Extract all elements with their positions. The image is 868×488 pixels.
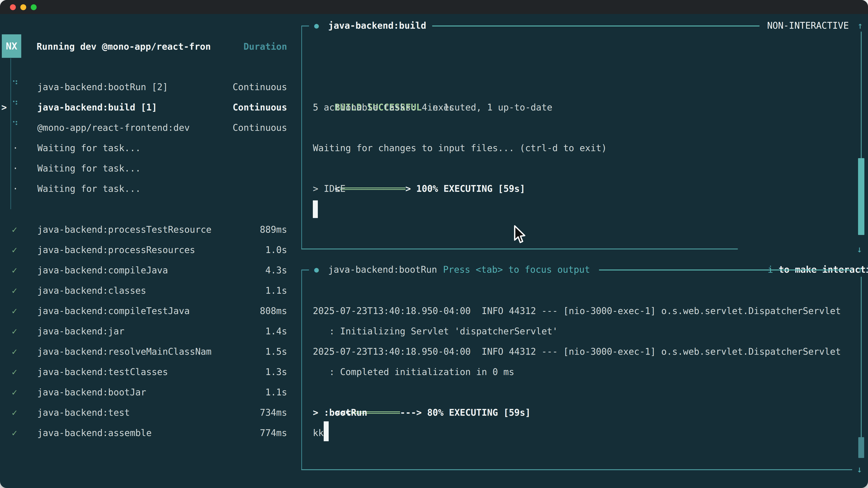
terminal-cursor <box>313 200 318 218</box>
build-panel-corner <box>301 26 309 26</box>
screen: NX Running dev @mono-app/react-fron Dura… <box>0 0 868 488</box>
task-label: java-backend:classes <box>37 281 146 301</box>
task-row[interactable]: java-backend:resolveMainClassNam 1.5s <box>37 341 287 362</box>
check-icon: ✓ <box>12 219 17 240</box>
pagination: ← 1/2 → <box>12 463 61 484</box>
task-label: java-backend:assemble <box>37 423 152 443</box>
task-label: java-backend:processTestResource <box>37 219 212 240</box>
task-row[interactable]: Waiting for task... <box>37 178 141 199</box>
check-icon: ✓ <box>12 260 17 281</box>
task-label: java-backend:compileJava <box>37 260 168 281</box>
maximize-window-button[interactable] <box>31 4 37 10</box>
task-duration: 1.3s <box>266 362 287 382</box>
minimize-window-button[interactable] <box>20 4 26 10</box>
pending-dot-icon: · <box>13 138 18 158</box>
task-label: java-backend:compileTestJava <box>37 301 190 321</box>
duration-column-header: Duration <box>243 36 287 57</box>
bootrun-panel-bottom-border <box>301 469 852 470</box>
panel-bullet-icon: ● <box>314 15 319 36</box>
build-success-line: BUILD SUCCESSFUL in 1s <box>313 77 454 97</box>
task-duration: 1.4s <box>266 321 287 341</box>
check-icon: ✓ <box>12 281 17 301</box>
check-icon: ✓ <box>12 382 17 402</box>
task-row[interactable]: java-backend:testClasses 1.3s <box>37 362 287 382</box>
scroll-up-icon[interactable]: ↑ <box>857 15 863 36</box>
check-icon: ✓ <box>12 362 17 382</box>
task-row[interactable]: @mono-app/react-frontend:dev Continuous <box>37 118 287 138</box>
task-label: java-backend:test <box>37 402 130 423</box>
spinner-icon: ⠙ <box>12 97 18 118</box>
task-row[interactable]: java-backend:compileTestJava 808ms <box>37 301 287 321</box>
scroll-down-icon[interactable]: ↓ <box>857 239 862 259</box>
task-row[interactable]: java-backend:processTestResource 889ms <box>37 219 287 240</box>
terminal-input-text[interactable]: kk <box>313 423 324 443</box>
scroll-down-icon[interactable]: ↓ <box>857 459 862 480</box>
bootrun-panel-left-border <box>301 269 302 470</box>
task-row-selected[interactable]: java-backend:build [1] Continuous <box>37 97 287 118</box>
task-status: Continuous <box>232 118 287 138</box>
task-row[interactable]: java-backend:compileJava 4.3s <box>37 260 287 281</box>
task-row[interactable]: java-backend:classes 1.1s <box>37 281 287 301</box>
bootrun-panel-header-line <box>599 269 852 270</box>
task-row[interactable]: java-backend:bootRun [2] Continuous <box>37 77 287 97</box>
task-duration: 734ms <box>260 402 287 423</box>
check-icon: ✓ <box>12 423 17 443</box>
terminal-window: NX Running dev @mono-app/react-fron Dura… <box>0 0 868 488</box>
log-line: 2025-07-23T13:40:18.950-04:00 INFO 44312… <box>313 341 841 362</box>
check-icon: ✓ <box>12 240 17 260</box>
task-label: java-backend:build [1] <box>37 97 157 118</box>
bootrun-panel-scrollbar-thumb[interactable] <box>858 437 864 458</box>
build-panel-header-line <box>432 26 760 26</box>
sidebar-header: Running dev @mono-app/react-fron Duratio… <box>37 36 287 57</box>
task-row[interactable]: Waiting for task... <box>37 138 141 158</box>
scroll-up-icon[interactable]: ↑ <box>857 259 863 280</box>
task-row[interactable]: java-backend:bootJar 1.1s <box>37 382 287 402</box>
bootrun-panel-title: java-backend:bootRun <box>328 259 437 280</box>
mouse-cursor-icon <box>513 225 526 244</box>
bootrun-panel-scrollbar-track[interactable] <box>861 277 862 457</box>
task-status: Continuous <box>232 77 287 97</box>
task-duration: 774ms <box>260 423 287 443</box>
task-status: Continuous <box>232 97 287 118</box>
task-row[interactable]: java-backend:test 734ms <box>37 402 287 423</box>
task-tree-guide-line <box>10 58 11 209</box>
window-titlebar <box>0 0 868 14</box>
log-line: : Initializing Servlet 'dispatcherServle… <box>313 321 558 341</box>
gradle-progress-bar: <════════════> 100% EXECUTING [59s] <box>313 158 525 178</box>
interactive-hint: i to make interactive <box>746 239 868 259</box>
check-icon: ✓ <box>12 402 17 423</box>
sidebar-title: Running dev @mono-app/react-fron <box>37 36 211 57</box>
nx-logo: NX <box>2 34 21 58</box>
task-label: java-backend:jar <box>37 321 124 341</box>
check-icon: ✓ <box>12 301 17 321</box>
gradle-progress-bar: <<<═════════---> 80% EXECUTING [59s] <box>313 382 530 402</box>
task-label: java-backend:testClasses <box>37 362 168 382</box>
progress-fill: ════════════ <box>340 184 405 194</box>
task-label: java-backend:resolveMainClassNam <box>37 341 212 362</box>
build-panel-scrollbar-thumb[interactable] <box>858 158 864 235</box>
task-row[interactable]: java-backend:assemble 774ms <box>37 423 287 443</box>
task-duration: 4.3s <box>266 260 287 281</box>
close-window-button[interactable] <box>10 4 16 10</box>
panel-bullet-icon: ● <box>314 259 319 280</box>
task-row[interactable]: java-backend:processResources 1.0s <box>37 240 287 260</box>
actionable-tasks-line: 5 actionable tasks: 4 executed, 1 up-to-… <box>313 97 553 118</box>
task-label: java-backend:bootRun [2] <box>37 77 168 97</box>
pending-dot-icon: · <box>13 178 18 199</box>
task-label: java-backend:processResources <box>37 240 195 260</box>
task-row[interactable]: java-backend:jar 1.4s <box>37 321 287 341</box>
task-row[interactable]: Waiting for task... <box>37 158 141 178</box>
bootrun-panel-corner <box>301 269 309 270</box>
terminal-cursor <box>324 421 329 441</box>
progress-label: 100% EXECUTING [59s] <box>411 184 525 194</box>
waiting-changes-line: Waiting for changes to input files... (c… <box>313 138 607 158</box>
build-panel-left-border <box>301 26 302 249</box>
check-icon: ✓ <box>12 321 17 341</box>
task-duration: 1.1s <box>266 281 287 301</box>
task-duration: 1.0s <box>266 240 287 260</box>
build-panel-title: java-backend:build <box>328 15 426 36</box>
spinner-icon: ⠙ <box>12 118 18 138</box>
keyboard-hints: quit: q help: ? <box>200 463 309 484</box>
task-duration: 1.1s <box>266 382 287 402</box>
selected-task-marker: > <box>1 97 7 118</box>
